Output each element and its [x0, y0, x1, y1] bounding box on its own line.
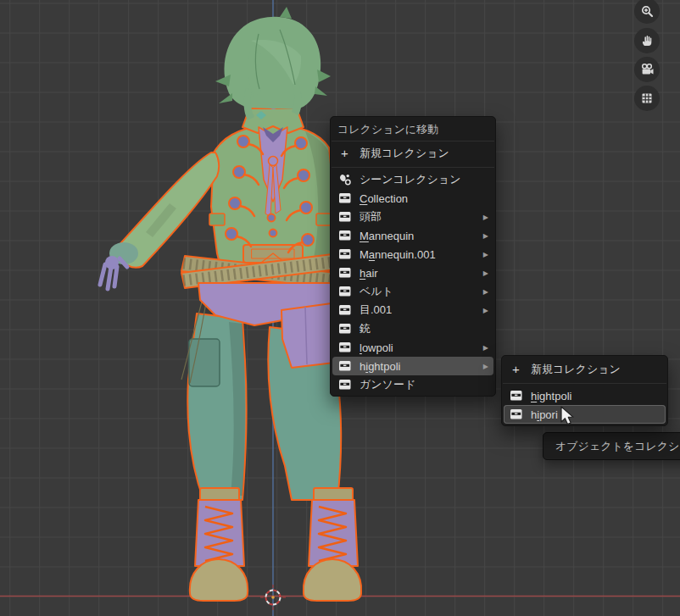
plus-icon: +	[509, 363, 523, 375]
menu-item-scene-collection[interactable]: + シーンコレクション ▶	[331, 170, 495, 189]
collection-icon	[338, 379, 352, 391]
collection-icon	[338, 360, 352, 372]
collection-icon: +	[337, 211, 352, 223]
menu-item-label: Collection	[360, 192, 476, 205]
menu-item-label: 頭部	[360, 209, 476, 225]
collection-icon: +	[509, 408, 523, 420]
menu-item-label: hightpoli	[531, 390, 648, 402]
menu-item-new-collection[interactable]: + 新規コレクション ▶	[502, 358, 667, 380]
menu-item-label: 新規コレクション	[531, 362, 648, 377]
grid-icon	[640, 92, 654, 105]
right-boot	[304, 488, 361, 601]
collection-icon	[510, 390, 523, 402]
menu-separator	[331, 164, 495, 170]
magnifier-plus-icon	[640, 4, 655, 19]
collection-icon: +	[337, 248, 352, 260]
collection-icon	[338, 304, 352, 316]
grid-gizmo-button[interactable]	[634, 86, 660, 111]
hand-icon	[640, 34, 654, 47]
menu-item-label: 新規コレクション	[360, 146, 476, 161]
cargo-pocket	[189, 339, 220, 386]
menu-item-mannequin-001[interactable]: + Mannequin.001 ▶	[331, 245, 495, 264]
collection-icon: +	[337, 230, 352, 241]
collection-icon	[338, 230, 352, 241]
collection-icon	[510, 408, 523, 420]
menu-item-hair[interactable]: + hair ▶	[331, 264, 495, 282]
menu-item-belt[interactable]: + ベルト ▶	[331, 282, 495, 301]
menu-item-new-collection[interactable]: + 新規コレクション ▶	[331, 142, 495, 164]
collection-icon	[338, 267, 352, 279]
submenu-arrow-icon: ▶	[483, 269, 488, 277]
left-boot	[190, 488, 248, 601]
collection-icon	[338, 323, 352, 335]
menu-item-gun[interactable]: + 銃 ▶	[331, 319, 495, 338]
collection-icon: +	[337, 304, 352, 316]
menu-item-lowpoli[interactable]: + lowpoli ▶	[331, 338, 495, 357]
collection-icon: +	[509, 390, 523, 402]
thigh-flap	[281, 303, 334, 368]
menu-title: コレクションに移動	[331, 119, 495, 141]
collection-icon: +	[337, 267, 352, 279]
scene-collection-icon	[338, 173, 352, 186]
menu-item-label: Mannequin.001	[360, 248, 476, 261]
menu-item-mannequin[interactable]: + Mannequin ▶	[331, 226, 495, 245]
collection-icon	[338, 286, 352, 297]
collection-submenu: + 新規コレクション ▶ +	[501, 355, 668, 426]
menu-item-label: ベルト	[360, 284, 476, 299]
menu-item-label: hair	[360, 267, 476, 280]
menu-item-hightpoli[interactable]: + hightpoli ▶	[332, 357, 493, 375]
plus-icon: +	[341, 147, 348, 159]
collection-icon: +	[337, 341, 352, 353]
mouse-cursor	[560, 406, 577, 426]
collection-icon: +	[337, 286, 352, 297]
scene-icon: +	[337, 173, 352, 186]
collection-icon: +	[337, 360, 352, 372]
collection-icon: +	[337, 323, 352, 335]
submenu-arrow-icon: ▶	[483, 363, 488, 370]
menu-item-label: lowpoli	[360, 341, 476, 354]
camera-gizmo-button[interactable]	[634, 57, 660, 82]
collection-icon	[338, 192, 352, 204]
menu-item-label: 銃	[360, 321, 476, 336]
menu-item-label: ガンソード	[360, 377, 476, 392]
plus-icon: +	[512, 363, 520, 375]
submenu-arrow-icon: ▶	[483, 232, 488, 240]
menu-item-hipori[interactable]: + hipori ▶	[504, 405, 666, 424]
collection-icon: +	[337, 192, 352, 204]
plus-icon: +	[337, 147, 352, 159]
menu-item-head[interactable]: + 頭部 ▶	[331, 208, 495, 226]
menu-item-gunsword[interactable]: + ガンソード ▶	[331, 375, 495, 394]
submenu-arrow-icon: ▶	[483, 214, 488, 221]
menu-item-label: hipori	[531, 408, 648, 421]
submenu-arrow-icon: ▶	[483, 344, 488, 352]
move-to-collection-menu: コレクションに移動 + 新規コレクション ▶ +	[330, 116, 496, 397]
submenu-arrow-icon: ▶	[483, 251, 488, 258]
menu-item-hightpoli[interactable]: + hightpoli ▶	[502, 386, 667, 405]
menu-item-label: 目.001	[360, 302, 476, 318]
menu-item-label: Mannequin	[360, 230, 476, 242]
submenu-arrow-icon: ▶	[483, 307, 488, 314]
menu-item-collection[interactable]: + Collection ▶	[331, 189, 495, 208]
collection-icon	[338, 211, 352, 223]
menu-item-label: hightpoli	[360, 360, 476, 373]
pan-gizmo-button[interactable]	[634, 28, 660, 53]
menu-item-label: シーンコレクション	[360, 172, 476, 187]
collection-icon	[338, 248, 352, 260]
menu-item-eye-001[interactable]: + 目.001 ▶	[331, 301, 495, 319]
tie-knot	[269, 157, 278, 166]
menu-separator	[502, 380, 667, 386]
submenu-arrow-icon: ▶	[483, 288, 488, 296]
collection-icon	[338, 341, 352, 353]
collection-icon: +	[337, 379, 352, 391]
tooltip: オブジェクトをコレクショ	[543, 432, 680, 460]
camera-icon	[640, 63, 655, 76]
